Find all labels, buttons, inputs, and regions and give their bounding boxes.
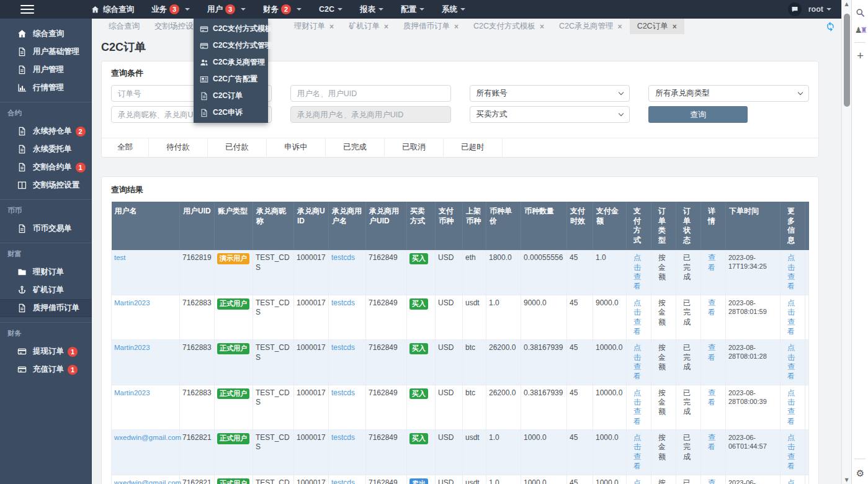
link-more_info[interactable]: 点击查看 xyxy=(787,253,795,290)
messages-icon[interactable] xyxy=(788,2,802,16)
nav-item-finance[interactable]: 财务2 xyxy=(254,0,310,19)
menu-item-c2c-appeal[interactable]: C2C申诉 xyxy=(194,104,268,121)
link-merchant_username[interactable]: testcds xyxy=(331,388,355,397)
link-detail[interactable]: 查看 xyxy=(708,253,715,271)
link-detail[interactable]: 查看 xyxy=(708,433,715,451)
status-tab-cancelled[interactable]: 已取消 xyxy=(385,138,444,157)
link-more_info[interactable]: 点击查看 xyxy=(787,388,795,426)
cell-order_type: 按金额 xyxy=(651,475,676,484)
nav-item-system[interactable]: 系统 xyxy=(433,0,474,19)
sidebar-item-perpetual-positions[interactable]: 永续持仓单2 xyxy=(0,122,92,140)
close-tab-icon[interactable]: × xyxy=(454,23,459,30)
link-detail[interactable]: 查看 xyxy=(708,388,715,406)
sidebar-item-user-base-mgmt[interactable]: 用户基础管理 xyxy=(0,43,92,61)
status-tab-pending-payment[interactable]: 待付款 xyxy=(149,138,208,157)
nav-item-overview[interactable]: 综合查询 xyxy=(83,0,143,19)
cell-merchant_nick: TEST_CDS xyxy=(253,250,294,295)
refresh-icon[interactable] xyxy=(825,21,836,32)
nav-item-c2c[interactable]: C2C xyxy=(310,0,351,19)
link-pay_method[interactable]: 点击查看 xyxy=(633,253,641,290)
sidebar-item-market-mgmt[interactable]: 行情管理 xyxy=(0,79,92,97)
link-merchant_username[interactable]: testcds xyxy=(331,253,355,262)
sidebar-item-wealth-orders[interactable]: 理财订单 xyxy=(0,263,92,281)
link-more_info[interactable]: 点击查看 xyxy=(787,298,795,336)
menu-item-c2c-payment-template[interactable]: C2C支付方式模板 xyxy=(194,20,268,37)
status-tab-timeout[interactable]: 已超时 xyxy=(444,138,503,157)
link-detail[interactable]: 查看 xyxy=(708,298,715,316)
cell-merchant_user_uid: 7162849 xyxy=(366,385,407,429)
sidebar-item-delivery-control[interactable]: 交割场控设置 xyxy=(0,176,92,194)
search-icon[interactable] xyxy=(852,4,868,21)
tab-c2c-merchant-mgmt[interactable]: C2C承兑商管理× xyxy=(552,19,630,34)
close-tab-icon[interactable]: × xyxy=(673,23,677,30)
link-detail[interactable]: 查看 xyxy=(708,343,715,361)
scroll-up-icon[interactable]: ▲ xyxy=(842,1,851,7)
link-pay_method[interactable]: 点击查看 xyxy=(633,343,641,380)
link-pay_method[interactable]: 点击查看 xyxy=(633,433,641,470)
sidebar-item-miner-orders[interactable]: 矿机订单 xyxy=(0,281,92,299)
tab-overview[interactable]: 综合查询 xyxy=(101,19,147,34)
status-tab-completed[interactable]: 已完成 xyxy=(326,138,385,157)
status-tab-paid[interactable]: 已付款 xyxy=(208,138,267,157)
merchant-user-input[interactable] xyxy=(290,106,451,123)
nav-item-users[interactable]: 用户3 xyxy=(199,0,254,19)
close-tab-icon[interactable]: × xyxy=(540,23,544,30)
sidebar-item-pledge-loan-orders[interactable]: 质押借币订单 xyxy=(0,299,92,317)
link-username[interactable]: Martin2023 xyxy=(114,344,150,351)
link-detail[interactable]: 查看 xyxy=(708,478,715,484)
close-tab-icon[interactable]: × xyxy=(329,23,334,30)
scrollbar-thumb[interactable] xyxy=(844,14,850,107)
user-input[interactable] xyxy=(290,85,451,102)
menu-item-c2c-payment-mgmt[interactable]: C2C支付方式管理 xyxy=(194,37,268,54)
account-select[interactable]: 所有账号 xyxy=(470,85,630,102)
menu-item-c2c-orders[interactable]: C2C订单 xyxy=(194,87,268,104)
link-more_info[interactable]: 点击查看 xyxy=(787,433,795,470)
sidebar-item-deposit-orders[interactable]: 充值订单1 xyxy=(0,361,92,379)
nav-item-business[interactable]: 业务3 xyxy=(143,0,199,19)
sidebar-item-overview[interactable]: 综合查询 xyxy=(0,25,92,43)
link-pay_method[interactable]: 点击查看 xyxy=(633,298,641,336)
link-more_info[interactable]: 点击查看 xyxy=(787,478,795,484)
status-tab-appealing[interactable]: 申诉中 xyxy=(267,138,326,157)
search-button[interactable]: 查询 xyxy=(648,106,748,123)
side-select[interactable]: 买卖方式 xyxy=(470,106,630,123)
link-username[interactable]: Martin2023 xyxy=(114,299,150,307)
sidebar-item-perpetual-orders[interactable]: 永续委托单 xyxy=(0,140,92,158)
sidebar-item-spot-trades[interactable]: 币币交易单 xyxy=(0,220,92,238)
user-menu[interactable]: root xyxy=(808,5,831,14)
tab-miner-orders[interactable]: 矿机订单× xyxy=(341,19,396,34)
nav-item-reports[interactable]: 报表 xyxy=(351,0,392,19)
scrollbar[interactable]: ▲ ▼ xyxy=(841,0,851,484)
tab-c2c-orders[interactable]: C2C订单× xyxy=(630,19,684,34)
chess-extension-icon[interactable]: ♟♜ xyxy=(852,21,868,38)
tab-wealth-orders[interactable]: 理财订单× xyxy=(287,19,341,34)
close-tab-icon[interactable]: × xyxy=(618,23,622,30)
sidebar-item-delivery-contracts[interactable]: 交割合约单1 xyxy=(0,158,92,176)
nav-item-config[interactable]: 配置 xyxy=(392,0,433,19)
menu-toggle-icon[interactable] xyxy=(20,2,34,16)
add-icon[interactable]: + xyxy=(852,47,868,64)
link-merchant_username[interactable]: testcds xyxy=(331,298,355,307)
scroll-down-icon[interactable]: ▼ xyxy=(842,477,851,483)
link-username[interactable]: Martin2023 xyxy=(114,389,150,397)
link-pay_method[interactable]: 点击查看 xyxy=(633,388,641,426)
cell-unit_price: 1.0 xyxy=(486,295,521,339)
link-merchant_username[interactable]: testcds xyxy=(331,343,355,352)
link-username[interactable]: test xyxy=(114,254,126,261)
close-tab-icon[interactable]: × xyxy=(384,23,388,30)
link-username[interactable]: wxedwin@gmail.com xyxy=(114,479,181,484)
status-tab-all[interactable]: 全部 xyxy=(102,138,149,157)
link-merchant_username[interactable]: testcds xyxy=(331,433,355,442)
sidebar-item-withdraw-orders[interactable]: 提现订单1 xyxy=(0,343,92,361)
sidebar-item-user-mgmt[interactable]: 用户管理 xyxy=(0,61,92,79)
menu-item-c2c-merchant-mgmt[interactable]: C2C承兑商管理 xyxy=(194,54,268,71)
merchant-type-select[interactable]: 所有承兑商类型 xyxy=(648,85,809,102)
tab-pledge-loan-orders[interactable]: 质押借币订单× xyxy=(396,19,466,34)
link-more_info[interactable]: 点击查看 xyxy=(787,343,795,380)
menu-item-c2c-ad-config[interactable]: C2C广告配置 xyxy=(194,71,268,87)
link-username[interactable]: wxedwin@gmail.com xyxy=(114,434,181,441)
gear-icon[interactable]: ⚙ xyxy=(852,468,868,479)
tab-c2c-payment-template[interactable]: C2C支付方式模板× xyxy=(466,19,552,34)
link-pay_method[interactable]: 点击查看 xyxy=(633,478,641,484)
link-merchant_username[interactable]: testcds xyxy=(331,478,355,484)
